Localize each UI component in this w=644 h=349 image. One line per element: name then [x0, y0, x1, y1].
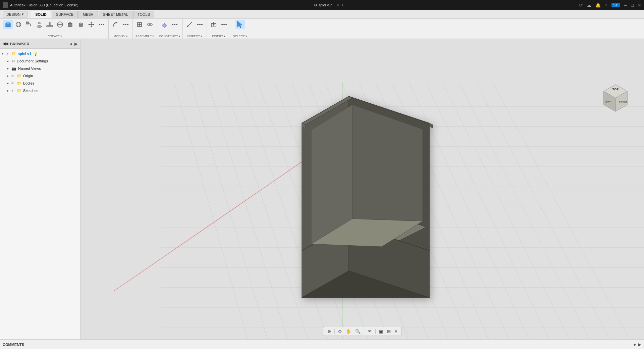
zoom-fit-icon[interactable]: ⊕: [326, 328, 332, 335]
toolbar-area: DESIGN ▾ SOLID SURFACE MESH SHEET METAL …: [0, 10, 644, 39]
user-label[interactable]: SY: [611, 3, 620, 7]
svg-line-38: [187, 22, 192, 27]
toolbar-group-create: CREATE ▾: [1, 19, 109, 39]
tree-item-bodies[interactable]: ▶ 👁 📁 Bodies: [0, 80, 80, 87]
tree-item-origin[interactable]: ▶ 👁 📁 Origin: [0, 72, 80, 80]
bottom-area: COMMENTS ● ▶ ⏮ ⏪ ◀ ■ ▶ ⏭ ⚙: [0, 339, 644, 349]
viewport[interactable]: TOP LEFT FRONT ⊕ ⊙ ✋ 🔍 👁 ▣ ⊞ ≡: [80, 39, 644, 339]
select-label: SELECT ▾: [233, 35, 247, 38]
tree-item-named-views[interactable]: ▶ 📷 Named Views: [0, 65, 80, 72]
box-icon[interactable]: [66, 20, 75, 29]
nav-cube[interactable]: TOP LEFT FRONT: [600, 83, 627, 110]
design-dropdown[interactable]: DESIGN ▾: [3, 11, 28, 17]
vp-sep-3: [375, 329, 376, 334]
svg-rect-4: [26, 22, 29, 24]
tree-arrow-sketches: ▶: [7, 89, 10, 92]
svg-point-2: [16, 22, 21, 27]
create-more-icon[interactable]: [97, 20, 106, 29]
tab-mesh[interactable]: MESH: [78, 11, 98, 18]
svg-line-70: [476, 83, 610, 339]
sweep-icon[interactable]: [24, 20, 34, 29]
svg-text:TOP: TOP: [612, 88, 619, 91]
viewport-bottom-toolbar: ⊕ ⊙ ✋ 🔍 👁 ▣ ⊞ ≡: [323, 327, 402, 336]
tree-label-doc-settings: Document Settings: [17, 59, 48, 63]
bell-icon[interactable]: 🔔: [595, 3, 601, 8]
fillet-icon[interactable]: [111, 20, 120, 29]
web-icon[interactable]: [55, 20, 65, 29]
doc-icon: ⚙: [314, 3, 317, 7]
svg-rect-1: [7, 22, 9, 24]
construct-more-icon[interactable]: [170, 20, 179, 29]
tree-folder-icon-origin: 📁: [17, 74, 21, 78]
close-doc-icon[interactable]: ✕: [336, 3, 339, 7]
sidebar-options-icon[interactable]: ●: [70, 42, 72, 46]
svg-line-71: [493, 83, 631, 339]
zoom-icon[interactable]: 🔍: [354, 328, 362, 335]
insert-more-icon[interactable]: [219, 20, 229, 29]
svg-point-36: [174, 24, 175, 25]
tab-sheet-metal[interactable]: SHEET METAL: [99, 11, 132, 18]
select-chevron: ▾: [246, 35, 247, 38]
move-icon[interactable]: [87, 20, 96, 29]
cylinder-icon[interactable]: [76, 20, 86, 29]
new-tab-icon[interactable]: +: [341, 3, 343, 7]
grid-icon[interactable]: ⊞: [386, 328, 392, 335]
orbit-icon[interactable]: ⊙: [337, 328, 343, 335]
rib-icon[interactable]: [45, 20, 54, 29]
toolbar-group-construct: CONSTRUCT ▾: [157, 19, 183, 39]
bottom-icons: ● ▶: [633, 342, 641, 347]
offset-plane-icon[interactable]: [160, 20, 169, 29]
tab-solid[interactable]: SOLID: [31, 11, 51, 18]
svg-point-37: [176, 24, 177, 25]
app-icon: [3, 2, 8, 8]
cloud-icon[interactable]: ☁: [587, 3, 591, 8]
environment-icon[interactable]: ≡: [393, 328, 399, 335]
close-btn[interactable]: ✕: [638, 3, 641, 8]
svg-marker-21: [93, 24, 94, 25]
new-component-icon[interactable]: [135, 20, 144, 29]
joint-icon[interactable]: [145, 20, 155, 29]
svg-marker-18: [91, 21, 92, 23]
comments-label: COMMENTS: [3, 343, 24, 347]
assemble-label: ASSEMBLE ▾: [136, 35, 154, 38]
toolbar-group-select: SELECT ▾: [231, 19, 249, 39]
modify-more-icon[interactable]: [121, 20, 130, 29]
title-bar: Autodesk Fusion 360 (Education License) …: [0, 0, 644, 10]
svg-point-27: [127, 24, 128, 25]
bottom-collapse-icon[interactable]: ●: [633, 342, 636, 347]
refresh-icon[interactable]: ⟳: [579, 3, 583, 8]
insert-derive-icon[interactable]: [209, 20, 218, 29]
tree-eye-sketches[interactable]: 👁: [11, 89, 15, 93]
tab-surface[interactable]: SURFACE: [52, 11, 78, 18]
svg-point-15: [79, 23, 83, 24]
tree-arrow-root: ▼: [1, 52, 5, 55]
tree-item-sketches[interactable]: ▶ 👁 📁 Sketches: [0, 87, 80, 94]
tree-lightbulb-root[interactable]: 💡: [34, 52, 38, 56]
construct-label: CONSTRUCT ▾: [159, 35, 180, 38]
pan-icon[interactable]: ✋: [344, 328, 353, 335]
extrude-icon[interactable]: [3, 20, 13, 29]
tree-eye-bodies[interactable]: 👁: [11, 82, 15, 85]
sidebar-collapse-icon[interactable]: ◀◀: [3, 42, 8, 46]
help-icon[interactable]: ?: [605, 3, 607, 8]
visual-style-icon[interactable]: 👁: [366, 328, 373, 335]
measure-icon[interactable]: [185, 20, 194, 29]
tree-eye-root[interactable]: 👁: [6, 52, 10, 56]
tab-tools[interactable]: TOOLS: [133, 11, 154, 18]
tree-item-doc-settings[interactable]: ▶ ⚙ Document Settings: [0, 57, 80, 65]
sidebar-expand-icon[interactable]: ▶: [74, 42, 77, 46]
loft-icon[interactable]: [35, 20, 44, 29]
inspect-more-icon[interactable]: [195, 20, 205, 29]
tree-arrow-origin: ▶: [7, 74, 10, 78]
tree-arrow-named-views: ▶: [7, 67, 10, 70]
icon-toolbar: CREATE ▾ MODIFY ▾: [0, 19, 644, 39]
maximize-btn[interactable]: □: [631, 3, 634, 8]
display-settings-icon[interactable]: ▣: [378, 328, 384, 335]
bottom-expand-icon[interactable]: ▶: [638, 342, 641, 347]
select-icon[interactable]: [235, 20, 245, 29]
revolve-icon[interactable]: [14, 20, 23, 29]
minimize-btn[interactable]: ─: [624, 3, 627, 8]
tree-item-root[interactable]: ▼ 👁 📁 spiel v1 💡: [0, 50, 80, 57]
svg-text:FRONT: FRONT: [619, 101, 628, 103]
tree-eye-origin[interactable]: 👁: [11, 74, 15, 78]
